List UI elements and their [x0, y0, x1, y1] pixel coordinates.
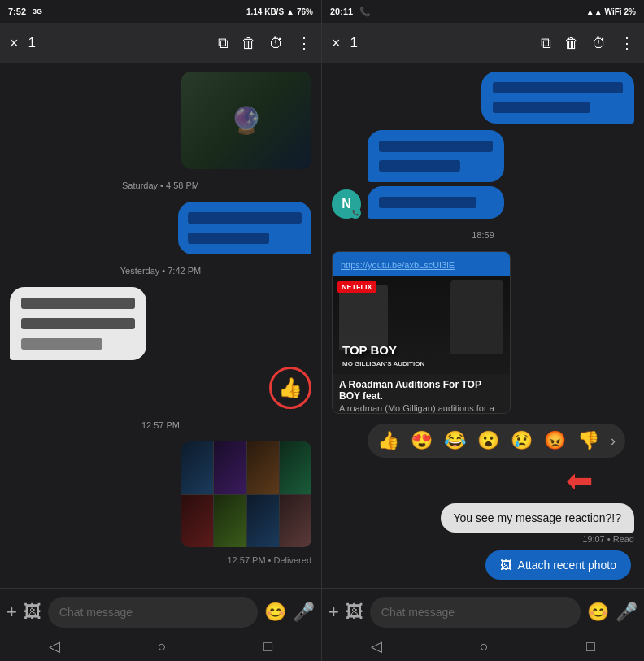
left-input-bar: + 🖼 Chat message 😊 🎤	[0, 588, 321, 635]
attach-btn-label: Attach recent photo	[518, 559, 616, 572]
right-copy-icon[interactable]: ⧉	[541, 35, 551, 52]
left-top-actions: ⧉ 🗑 ⏱ ⋮	[218, 34, 311, 52]
right-chat-placeholder: Chat message	[381, 606, 455, 619]
card-7	[247, 495, 279, 548]
right-emoji-icon[interactable]: 😊	[587, 602, 609, 623]
left-top-bar: × 1 ⧉ 🗑 ⏱ ⋮	[0, 23, 321, 63]
timestamp-saturday: Saturday • 4:58 PM	[10, 180, 311, 190]
r5	[379, 197, 476, 208]
trash-icon[interactable]: 🗑	[242, 35, 256, 52]
right-phone-icon: 📞	[359, 7, 371, 17]
left-status-right: 1.14 KB/S ▲ 76%	[246, 7, 313, 16]
data-speed: 1.14 KB/S	[246, 7, 284, 16]
image-placeholder-1: 🔮	[181, 72, 311, 169]
right-trash-icon[interactable]: 🗑	[564, 35, 579, 52]
right-chat-area: N 📞 18:59	[322, 63, 644, 588]
right-plus-icon[interactable]: +	[329, 602, 339, 623]
right-more-icon[interactable]: ⋮	[620, 34, 634, 52]
cards-grid-message	[181, 441, 311, 547]
reaction-message-container: You see my message reaction?!? 19:07 • R…	[441, 503, 635, 544]
redacted-bubble-1	[178, 202, 311, 254]
copy-icon[interactable]: ⧉	[218, 35, 228, 52]
r4	[379, 160, 460, 172]
card-6	[214, 495, 246, 548]
reaction-message-time: 19:07 • Read	[582, 534, 634, 544]
right-status-left: 20:11 📞	[330, 7, 371, 17]
timestamp-yesterday: Yesterday • 7:42 PM	[10, 266, 311, 276]
cry-reaction[interactable]: 😢	[511, 430, 533, 451]
redacted-bar-4	[21, 318, 135, 329]
left-close-button[interactable]: ×	[10, 35, 19, 52]
signal-icon: 3G	[33, 7, 42, 15]
attach-recent-photo-button[interactable]: 🖼 Attach recent photo	[485, 550, 631, 580]
redacted-right-top	[481, 72, 634, 124]
card-8	[280, 495, 311, 548]
youtube-link[interactable]: https://youtu.be/axbLscUI3iE	[341, 260, 455, 270]
back-button[interactable]: ◁	[49, 637, 60, 655]
home-button[interactable]: ○	[158, 638, 167, 655]
reaction-circle: 👍	[269, 367, 311, 409]
avatar-bubbles	[368, 130, 504, 219]
card-title: A Roadman Auditions For TOP BOY feat.	[333, 374, 510, 403]
left-emoji-icon[interactable]: 😊	[264, 602, 286, 623]
card-3	[247, 441, 279, 494]
left-panel: 7:52 3G 1.14 KB/S ▲ 76% × 1 ⧉ 🗑 ⏱ ⋮ 🔮 Sa…	[0, 0, 322, 661]
right-panel: 20:11 📞 ▲▲ WiFi 2% × 1 ⧉ 🗑 ⏱ ⋮	[322, 0, 644, 661]
thumbs-down-reaction[interactable]: 👎	[577, 430, 599, 451]
card-desc: A roadman (Mo Gilligan) auditions for a …	[333, 403, 510, 414]
redacted-bar-1	[188, 212, 302, 224]
avatar-letter: N	[342, 197, 351, 211]
left-nav-bar: ◁ ○ □	[0, 635, 321, 661]
right-chat-input[interactable]: Chat message	[370, 597, 581, 628]
right-home-button[interactable]: ○	[480, 638, 489, 655]
battery-left: 76%	[297, 7, 313, 16]
heart-eyes-reaction[interactable]: 😍	[411, 430, 433, 451]
r3	[379, 141, 493, 152]
laugh-reaction[interactable]: 😂	[444, 430, 466, 451]
timestamp-1257: 12:57 PM	[10, 420, 311, 430]
youtube-card: https://youtu.be/axbLscUI3iE NETFLIX TOP…	[332, 251, 511, 414]
card-5	[181, 495, 213, 548]
right-close-button[interactable]: ×	[332, 35, 341, 52]
wow-reaction[interactable]: 😮	[477, 430, 499, 451]
recents-button[interactable]: □	[263, 638, 272, 655]
left-plus-icon[interactable]: +	[7, 602, 17, 623]
angry-reaction[interactable]: 😡	[544, 430, 566, 451]
wifi-icon: ▲	[286, 7, 294, 16]
right-wifi-icon: WiFi	[605, 7, 622, 16]
red-arrow-icon: ⬅	[566, 464, 594, 497]
redacted-bar-5	[21, 338, 102, 350]
left-gallery-icon[interactable]: 🖼	[24, 602, 41, 623]
more-icon[interactable]: ⋮	[297, 34, 311, 52]
left-chat-area: 🔮 Saturday • 4:58 PM Yesterday • 7:42 PM	[0, 63, 321, 588]
left-chat-input[interactable]: Chat message	[48, 597, 258, 628]
right-gallery-icon[interactable]: 🖼	[346, 602, 363, 623]
redacted-bubble-left-1	[368, 130, 504, 182]
image-attach-icon: 🖼	[500, 559, 511, 572]
card-2	[214, 441, 246, 494]
timestamp-1859: 18:59	[332, 230, 634, 240]
left-mic-icon[interactable]: 🎤	[293, 602, 315, 623]
right-status-right: ▲▲ WiFi 2%	[586, 7, 636, 16]
right-mic-icon[interactable]: 🎤	[616, 602, 637, 623]
left-selected-count: 1	[28, 35, 208, 51]
left-status-left: 7:52 3G	[8, 7, 42, 16]
left-chat-placeholder: Chat message	[59, 606, 133, 619]
card-1	[181, 441, 213, 494]
right-nav-bar: ◁ ○ □	[322, 635, 644, 661]
thumbs-up-reaction[interactable]: 👍	[377, 430, 399, 451]
red-arrow-container: ⬅	[566, 464, 594, 497]
left-status-bar: 7:52 3G 1.14 KB/S ▲ 76%	[0, 0, 321, 23]
reaction-wrapper: 👍	[269, 367, 311, 409]
avatar-badge: 📞	[350, 207, 361, 219]
right-time: 20:11	[330, 7, 353, 16]
timer-icon[interactable]: ⏱	[269, 35, 284, 52]
right-input-bar: + 🖼 Chat message 😊 🎤	[322, 588, 644, 635]
right-back-button[interactable]: ◁	[371, 637, 382, 655]
right-status-bar: 20:11 📞 ▲▲ WiFi 2%	[322, 0, 644, 23]
right-top-actions: ⧉ 🗑 ⏱ ⋮	[541, 34, 634, 52]
right-timer-icon[interactable]: ⏱	[592, 35, 607, 52]
top-boy-title: TOP BOY	[336, 341, 431, 361]
right-recents-button[interactable]: □	[586, 638, 595, 655]
more-reactions[interactable]: ›	[611, 433, 616, 450]
